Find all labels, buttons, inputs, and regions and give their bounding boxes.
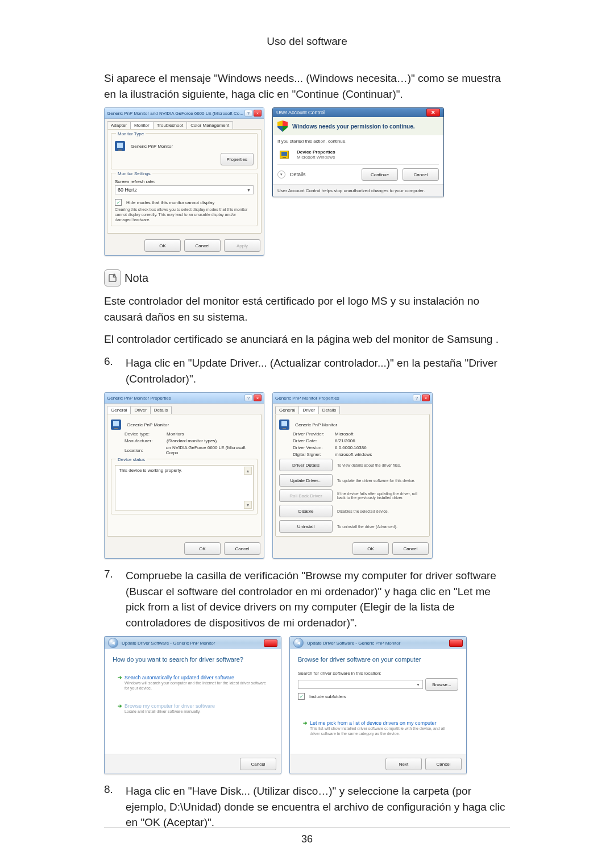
uninstall-button[interactable]: Uninstall xyxy=(279,520,333,533)
next-button[interactable]: Next xyxy=(385,758,422,770)
cancel-button[interactable]: Cancel xyxy=(425,758,462,770)
update-driver-wizard-browse: ◄ Update Driver Software - Generic PnP M… xyxy=(289,636,467,774)
cancel-button[interactable]: Cancel xyxy=(184,239,221,252)
tab-adapter[interactable]: Adapter xyxy=(107,121,131,129)
help-icon[interactable]: ? xyxy=(244,110,252,117)
uac-hint: If you started this action, continue. xyxy=(277,139,439,144)
wizard-heading: How do you want to search for driver sof… xyxy=(113,656,273,663)
include-subfolders-checkbox[interactable]: ✓ xyxy=(298,693,305,700)
back-icon[interactable]: ◄ xyxy=(108,638,118,648)
cancel-button[interactable]: Cancel xyxy=(392,542,429,555)
path-input[interactable]: ▼ xyxy=(298,680,423,689)
close-icon[interactable]: × xyxy=(422,394,430,401)
cancel-button[interactable]: Cancel xyxy=(240,758,276,770)
content-column: Uso del software Si aparece el mensaje "… xyxy=(104,35,510,868)
dialog-buttons: OK Cancel Apply xyxy=(105,236,264,255)
group-monitor-type: Monitor Type Generic PnP Monitor Propert… xyxy=(111,133,258,169)
refresh-rate-select[interactable]: 60 Hertz ▼ xyxy=(115,185,254,194)
tab-strip: Adapter Monitor Troubleshoot Color Manag… xyxy=(105,119,264,129)
driver-details-button[interactable]: Driver Details xyxy=(279,459,333,471)
tab-color-management[interactable]: Color Management xyxy=(186,121,233,129)
scroll-up-icon[interactable]: ▲ xyxy=(244,467,252,475)
footer-rule xyxy=(104,828,510,828)
details-toggle[interactable]: Details xyxy=(290,172,357,177)
help-icon[interactable]: ? xyxy=(413,394,421,401)
device-name: Generic PnP Monitor xyxy=(127,422,169,427)
update-driver-button[interactable]: Update Driver... xyxy=(279,474,333,487)
group-label: Monitor Type xyxy=(116,131,146,136)
apply-button[interactable]: Apply xyxy=(224,239,260,252)
provider-label: Driver Provider: xyxy=(293,431,333,437)
option-browse-computer[interactable]: ➔Browse my computer for driver software … xyxy=(113,699,273,718)
back-icon[interactable]: ◄ xyxy=(293,638,304,648)
figure-row-1: Generic PnP Monitor and NVIDIA GeForce 6… xyxy=(104,107,510,256)
monitor-properties-dialog: Generic PnP Monitor and NVIDIA GeForce 6… xyxy=(104,107,264,256)
date-value: 6/21/2006 xyxy=(335,438,355,443)
ok-button[interactable]: OK xyxy=(184,542,221,555)
step-number: 6. xyxy=(104,355,119,387)
properties-button[interactable]: Properties xyxy=(221,153,254,165)
driver-details-desc: To view details about the driver files. xyxy=(337,463,426,467)
tab-details[interactable]: Details xyxy=(150,406,172,414)
refresh-rate-value: 60 Hertz xyxy=(118,187,137,193)
arrow-icon: ➔ xyxy=(118,703,122,709)
tab-general[interactable]: General xyxy=(107,406,131,414)
sys-buttons: ? × xyxy=(244,110,262,117)
include-subfolders-label: Include subfolders xyxy=(309,694,346,699)
note-label: Nota xyxy=(125,272,148,285)
version-label: Driver Version: xyxy=(293,445,333,450)
help-icon[interactable]: ? xyxy=(244,394,252,401)
close-icon[interactable]: ✕ xyxy=(426,109,440,117)
hide-modes-checkbox[interactable]: ✓ xyxy=(115,199,122,206)
document-page: Uso del software Si aparece el mensaje "… xyxy=(0,0,614,868)
ok-button[interactable]: OK xyxy=(144,239,181,252)
close-icon[interactable]: × xyxy=(254,394,262,401)
continue-button[interactable]: Continue xyxy=(362,168,398,181)
close-icon[interactable] xyxy=(449,639,463,647)
rollback-driver-button[interactable]: Roll Back Driver xyxy=(279,489,333,502)
tab-general[interactable]: General xyxy=(275,406,299,414)
close-icon[interactable] xyxy=(264,639,277,647)
group-monitor-settings: Monitor Settings Screen refresh rate: 60… xyxy=(111,173,258,226)
option-search-automatically[interactable]: ➔Search automatically for updated driver… xyxy=(113,671,273,695)
title-text: Generic PnP Monitor Properties xyxy=(107,396,244,401)
program-vendor: Microsoft Windows xyxy=(297,155,335,160)
chevron-down-icon: ▼ xyxy=(247,188,251,192)
signer-label: Digital Signer: xyxy=(293,452,333,457)
figure-row-3: ◄ Update Driver Software - Generic PnP M… xyxy=(104,636,510,774)
monitor-type-row: Generic PnP Monitor xyxy=(115,141,254,151)
browse-button[interactable]: Browse... xyxy=(425,678,458,691)
ok-button[interactable]: OK xyxy=(352,542,389,555)
signer-value: microsoft windows xyxy=(335,452,372,457)
step-number: 7. xyxy=(104,568,119,630)
device-status-label: Device status xyxy=(116,457,147,462)
tab-driver[interactable]: Driver xyxy=(298,406,318,414)
location-label: Location: xyxy=(125,448,164,453)
disable-desc: Disables the selected device. xyxy=(337,509,426,513)
version-value: 6.0.6000.16386 xyxy=(335,445,367,450)
scroll-down-icon[interactable]: ▼ xyxy=(244,501,252,509)
tab-details[interactable]: Details xyxy=(318,406,340,414)
cancel-button[interactable]: Cancel xyxy=(403,168,439,181)
chevron-down-icon: ▼ xyxy=(416,683,420,687)
group-label: Monitor Settings xyxy=(116,171,152,176)
cancel-button[interactable]: Cancel xyxy=(224,542,260,555)
tab-driver[interactable]: Driver xyxy=(130,406,150,414)
note-text-1: Este controlador del monitor está certif… xyxy=(104,293,510,325)
option-let-me-pick[interactable]: ➔Let me pick from a list of device drive… xyxy=(298,716,458,740)
chevron-down-icon[interactable]: ▾ xyxy=(277,171,285,178)
uac-message: Windows needs your permission to continu… xyxy=(292,123,415,130)
tab-troubleshoot[interactable]: Troubleshoot xyxy=(153,121,187,129)
arrow-icon: ➔ xyxy=(303,720,308,726)
pnp-properties-general: Generic PnP Monitor Properties ?× Genera… xyxy=(104,392,264,559)
close-icon[interactable]: × xyxy=(254,110,262,117)
step-8: 8. Haga clic en "Have Disk... (Utilizar … xyxy=(104,783,510,830)
rollback-driver-desc: If the device fails after updating the d… xyxy=(337,492,426,500)
uac-banner: Windows needs your permission to continu… xyxy=(273,117,443,135)
step-text: Compruebe la casilla de verificación "Br… xyxy=(126,568,510,630)
tab-monitor[interactable]: Monitor xyxy=(130,121,154,129)
date-label: Driver Date: xyxy=(293,438,333,443)
titlebar: Generic PnP Monitor and NVIDIA GeForce 6… xyxy=(105,108,264,119)
disable-button[interactable]: Disable xyxy=(279,505,333,517)
search-location-label: Search for driver software in this locat… xyxy=(298,671,458,676)
